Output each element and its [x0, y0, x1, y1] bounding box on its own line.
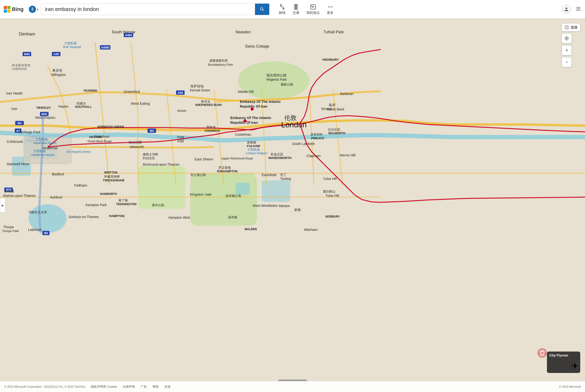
svg-rect-15: [138, 166, 186, 209]
zoom-out-button[interactable]: −: [562, 57, 572, 67]
traffic-tool[interactable]: 交通: [293, 4, 299, 15]
nav-tools: 路线 交通 我的地点 更多: [279, 4, 334, 15]
svg-point-4: [295, 5, 296, 6]
sidebar-collapse-button[interactable]: ▶: [0, 198, 5, 212]
road-view-toggle[interactable]: 道路: [562, 23, 580, 32]
more-tool[interactable]: 更多: [327, 4, 334, 15]
svg-point-8: [328, 6, 329, 7]
footer-copyright: © 2022 Microsoft Corporation - GS(2021)1…: [4, 385, 85, 388]
svg-point-24: [250, 107, 254, 111]
map-controls: 道路 + −: [562, 23, 580, 67]
svg-text:A40: A40: [53, 52, 59, 56]
svg-text:A4: A4: [16, 129, 20, 132]
svg-text:A4090: A4090: [101, 46, 109, 49]
feedback-link[interactable]: 反馈: [164, 384, 171, 389]
tab-dropdown-icon[interactable]: ▾: [37, 8, 38, 11]
privacy-link[interactable]: 隐私声明和 Cookie: [91, 384, 117, 389]
microsoft-logo: Bing: [4, 6, 27, 12]
svg-text:M4: M4: [150, 129, 154, 132]
svg-point-5: [295, 6, 296, 7]
zoom-in-button[interactable]: +: [562, 45, 572, 55]
svg-point-53: [566, 38, 568, 39]
svg-text:M40: M40: [24, 52, 30, 56]
legal-link[interactable]: 法律声明: [122, 384, 135, 389]
svg-text:A40: A40: [178, 91, 183, 94]
search-button[interactable]: [255, 4, 269, 15]
svg-point-17: [238, 62, 309, 100]
svg-point-25: [243, 119, 247, 123]
route-tool[interactable]: 路线: [279, 4, 285, 15]
watermark: 水墨盒: [535, 347, 554, 360]
header: Bing 3 ▾ iran embassy in london 路线 交通: [0, 0, 585, 18]
bing-brand-text: Bing: [12, 6, 23, 12]
svg-point-10: [331, 6, 332, 7]
road-toggle-label: 道路: [571, 25, 578, 30]
svg-point-20: [28, 204, 67, 233]
svg-text:A404: A404: [125, 34, 132, 37]
footer: © 2022 Microsoft Corporation - GS(2021)1…: [0, 381, 585, 392]
svg-rect-22: [235, 183, 250, 195]
search-query-text: iran embassy in london: [45, 6, 99, 12]
tab-badge[interactable]: 3: [29, 6, 36, 13]
svg-text:M4: M4: [17, 122, 22, 125]
scroll-indicator[interactable]: [278, 380, 307, 381]
svg-point-6: [295, 8, 296, 8]
svg-text:M0: M0: [44, 232, 48, 235]
svg-point-54: [565, 37, 569, 40]
svg-point-9: [330, 6, 331, 7]
svg-text:M25: M25: [6, 188, 11, 192]
search-input[interactable]: iran embassy in london: [41, 4, 255, 15]
header-right: [562, 5, 581, 14]
menu-icon[interactable]: [576, 6, 581, 12]
ms-copyright: © 2022 Microsoft: [559, 385, 581, 388]
locate-button[interactable]: [562, 33, 572, 43]
svg-rect-23: [24, 135, 71, 164]
ms-grid-icon: [4, 6, 10, 12]
map-container[interactable]: M40 A4090 A40 A404 A40 M4 M4 A4 M25 M25 …: [0, 18, 585, 392]
svg-text:水墨盒: 水墨盒: [538, 352, 547, 355]
account-icon[interactable]: [562, 5, 571, 14]
ad-link[interactable]: 广告: [141, 384, 147, 389]
myplaces-tool[interactable]: 我的地点: [306, 4, 320, 15]
svg-text:M25: M25: [41, 112, 47, 116]
svg-rect-48: [565, 26, 569, 29]
flyover-plane-icon: ✈: [571, 361, 578, 371]
help-link[interactable]: 帮助: [152, 384, 159, 389]
